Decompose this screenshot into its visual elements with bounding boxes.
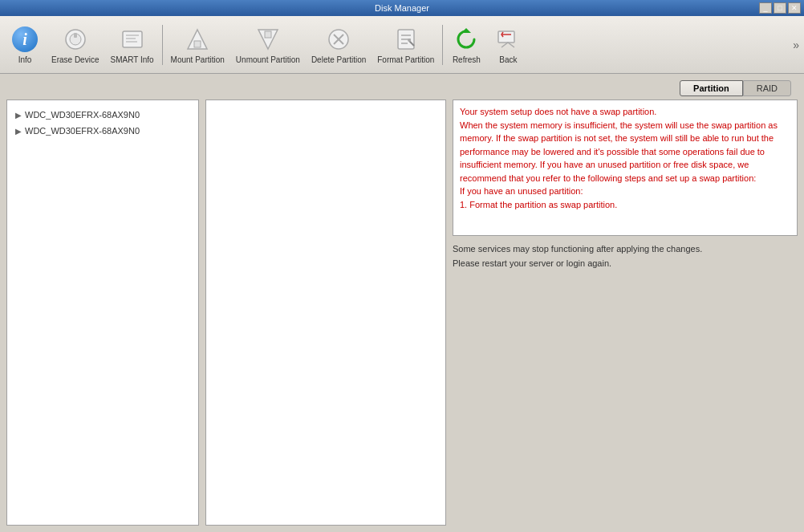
disk-arrow-2: ▶ [15, 127, 22, 136]
disk-item-2[interactable]: ▶ WDC_WD30EFRX-68AX9N0 [14, 123, 192, 139]
smart-icon [118, 25, 147, 54]
toolbar-erase-button[interactable]: Erase Device [47, 23, 104, 66]
svg-marker-19 [461, 28, 471, 33]
svg-rect-6 [126, 41, 137, 43]
close-button[interactable]: ✕ [788, 2, 801, 14]
warning-text: Your system setup does not have a swap p… [460, 107, 778, 209]
format-icon [392, 25, 420, 54]
toolbar: i Info Erase Device SMART Info [0, 16, 804, 74]
toolbar-delete-label: Delete Partition [311, 55, 366, 64]
title-bar: Disk Manager _ □ ✕ [0, 0, 804, 16]
disk-arrow-1: ▶ [15, 111, 22, 120]
window-title: Disk Manager [375, 3, 429, 13]
toolbar-refresh-label: Refresh [453, 55, 481, 64]
svg-rect-2 [74, 33, 77, 38]
svg-rect-4 [126, 35, 139, 36]
toolbar-format-button[interactable]: Format Partition [372, 23, 439, 66]
toolbar-info-label: Info [18, 55, 32, 64]
toolbar-mount-label: Mount Partition [171, 55, 225, 64]
unmount-icon [254, 25, 282, 54]
disk-item-1[interactable]: ▶ WDC_WD30EFRX-68AX9N0 [14, 107, 192, 123]
toolbar-overflow-arrow[interactable]: » [793, 39, 799, 51]
info-icon: i [10, 25, 39, 54]
svg-rect-8 [194, 41, 201, 47]
toolbar-unmount-label: Unmount Partition [236, 55, 300, 64]
toolbar-delete-button[interactable]: Delete Partition [307, 23, 371, 66]
toolbar-back-button[interactable]: Back [488, 23, 528, 66]
toolbar-sep-2 [442, 25, 443, 65]
toolbar-back-label: Back [499, 55, 517, 64]
disk-label-2: WDC_WD30EFRX-68AX9N0 [25, 126, 140, 136]
note-text: Some services may stop functioning after… [453, 242, 798, 270]
disk-label-1: WDC_WD30EFRX-68AX9N0 [25, 110, 140, 120]
delete-icon [324, 25, 353, 54]
info-panel: Your system setup does not have a swap p… [453, 99, 798, 526]
svg-point-18 [408, 39, 411, 42]
toolbar-format-label: Format Partition [377, 55, 434, 64]
erase-icon [61, 25, 90, 54]
maximize-button[interactable]: □ [774, 2, 786, 14]
toolbar-smart-button[interactable]: SMART Info [105, 23, 158, 66]
refresh-icon [452, 25, 481, 54]
tab-partition[interactable]: Partition [680, 80, 743, 96]
svg-rect-10 [265, 31, 271, 38]
partition-view-panel [205, 99, 446, 526]
back-icon [493, 25, 522, 54]
window-controls: _ □ ✕ [759, 2, 801, 14]
minimize-button[interactable]: _ [759, 2, 772, 14]
panels-row: ▶ WDC_WD30EFRX-68AX9N0 ▶ WDC_WD30EFRX-68… [6, 99, 798, 526]
toolbar-mount-button[interactable]: Mount Partition [166, 23, 229, 66]
disk-list-panel: ▶ WDC_WD30EFRX-68AX9N0 ▶ WDC_WD30EFRX-68… [6, 99, 199, 526]
toolbar-refresh-button[interactable]: Refresh [446, 23, 486, 66]
mount-icon [183, 25, 212, 54]
warning-box: Your system setup does not have a swap p… [453, 99, 798, 236]
toolbar-erase-label: Erase Device [51, 55, 99, 64]
main-content: Partition RAID ▶ WDC_WD30EFRX-68AX9N0 ▶ … [0, 74, 804, 532]
tab-raid[interactable]: RAID [743, 80, 791, 96]
tab-bar: Partition RAID [6, 80, 798, 96]
toolbar-unmount-button[interactable]: Unmount Partition [231, 23, 305, 66]
svg-rect-20 [498, 31, 514, 43]
svg-rect-5 [126, 38, 136, 39]
toolbar-info-button[interactable]: i Info [5, 23, 45, 66]
toolbar-smart-label: SMART Info [110, 55, 153, 64]
toolbar-sep-1 [162, 25, 163, 65]
